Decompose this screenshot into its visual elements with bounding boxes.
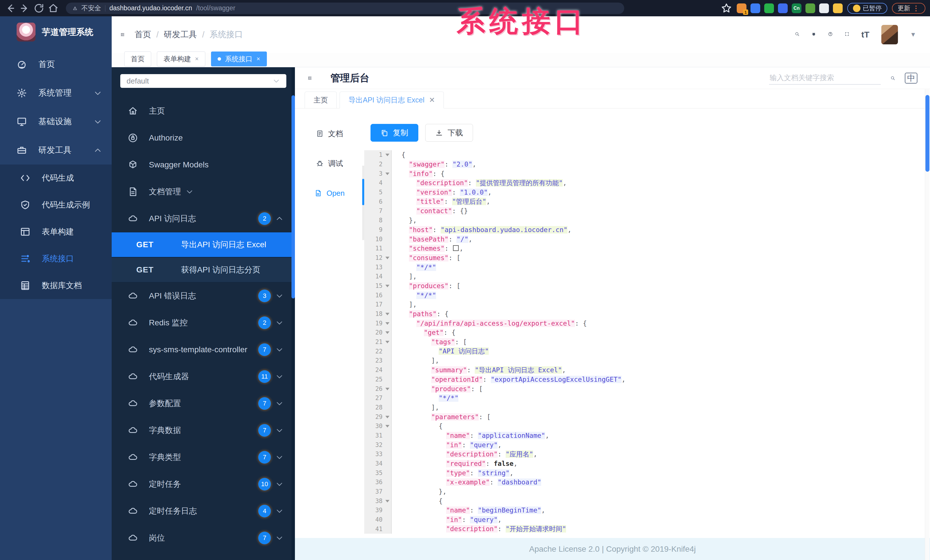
code-text: ], [392,301,417,308]
copy-button[interactable]: 复制 [371,124,418,142]
page-scrollbar[interactable] [925,89,929,560]
back-icon[interactable] [5,3,16,14]
ext-orange[interactable]: 1 [737,3,747,13]
user-avatar[interactable] [881,25,898,44]
scrollbar-thumb[interactable] [291,95,295,298]
fold-arrow-icon[interactable] [385,173,390,175]
ext-green-circle[interactable] [764,3,774,13]
ext-blue-drop[interactable] [750,3,760,13]
fold-arrow-icon[interactable] [385,331,390,334]
swagger-item-Authorize[interactable]: Authorize [112,124,295,151]
sidebar-item-3[interactable]: 研发工具 [0,136,112,164]
home-nav-icon[interactable] [48,3,59,14]
fold-arrow-icon[interactable] [385,416,390,418]
tag-tab-首页[interactable]: 首页 [124,52,151,66]
fold-arrow-icon[interactable] [385,341,390,344]
close-icon[interactable]: × [195,55,199,63]
code-text: "basePath": "/", [392,236,473,243]
swagger-item-API 访问日志[interactable]: API 访问日志2 [112,205,295,232]
swagger-item-Redis 监控[interactable]: Redis 监控2 [112,309,295,336]
breadcrumb-tools[interactable]: 研发工具 [164,29,197,40]
operation-获得API 访问日志分页[interactable]: GET获得API 访问日志分页 [112,257,295,282]
fold-arrow-icon[interactable] [385,322,390,325]
count-badge: 2 [258,316,271,329]
sidebar-subitem-代码生成[interactable]: 代码生成 [0,164,112,192]
tag-tabs-bar: 首页表单构建×系统接口× [112,53,930,67]
address-bar[interactable]: 不安全 dashboard.yudao.iocoder.cn /tool/swa… [66,3,624,14]
side-tab-调试[interactable]: 调试 [316,155,343,172]
fold-arrow-icon[interactable] [385,153,390,156]
page-scrollbar-thumb[interactable] [925,95,929,172]
swagger-item-定时任务日志[interactable]: 定时任务日志4 [112,498,295,525]
bookmark-star-icon[interactable] [721,3,732,14]
swagger-sidebar-scrollbar[interactable] [291,67,295,560]
forward-icon[interactable] [19,3,30,14]
close-icon[interactable]: × [257,55,260,63]
breadcrumb-home[interactable]: 首页 [135,29,151,40]
sidebar-fold-icon[interactable] [120,32,125,37]
swagger-item-参数配置[interactable]: 参数配置7 [112,390,295,417]
ext-green-cn[interactable]: Cn [792,3,801,13]
not-secure-warning-icon[interactable] [73,6,77,11]
app-logo[interactable]: 芋道管理系统 [0,16,112,50]
side-tab-Open[interactable]: Open [314,185,345,201]
token: "applicationName" [478,432,545,439]
line-number: 12 [364,253,392,263]
doc-search-icon[interactable] [890,76,895,80]
swagger-item-API 错误日志[interactable]: API 错误日志3 [112,282,295,309]
sidebar-subitem-代码生成示例[interactable]: 代码生成示例 [0,192,112,218]
sidebar-item-0[interactable]: 首页 [0,50,112,79]
font-size-icon[interactable]: tT [861,30,869,40]
reload-icon[interactable] [33,3,45,14]
operation-导出API 访问日志 Excel[interactable]: GET导出API 访问日志 Excel [112,232,295,257]
swagger-json-editor[interactable]: 1{2"swagger": "2.0",3"info": {4"descript… [364,150,930,538]
swagger-item-岗位[interactable]: 岗位7 [112,525,295,551]
fold-arrow-icon[interactable] [385,500,390,502]
ext-white-star[interactable] [819,3,829,13]
ext-blue-pair[interactable] [778,3,788,13]
fold-arrow-icon[interactable] [385,257,390,259]
close-icon[interactable]: ✕ [429,96,435,104]
code-line: 12"consumes": [ [364,253,930,263]
doc-search-input[interactable] [769,71,881,84]
code-text: "description": "应用名", [392,450,537,459]
ext-emoji[interactable] [833,3,843,13]
update-pill[interactable]: 更新 ⋮ [892,3,925,14]
gear-icon [17,88,27,98]
sidebar-item-1[interactable]: 系统管理 [0,79,112,107]
sidebar-subitem-表单构建[interactable]: 表单构建 [0,218,112,245]
side-tab-文档[interactable]: 文档 [316,126,343,142]
github-icon[interactable] [811,32,816,37]
swagger-item-定时任务[interactable]: 定时任务10 [112,471,295,498]
help-icon[interactable] [828,32,833,37]
user-menu-caret-icon[interactable]: ▼ [910,31,916,38]
language-icon[interactable]: 中 [905,73,918,84]
swagger-item-代码生成器[interactable]: 代码生成器11 [112,363,295,390]
doc-tab-主页[interactable]: 主页 [305,92,337,108]
api-group-select[interactable]: default [120,74,286,88]
fold-arrow-icon[interactable] [385,388,390,390]
search-icon[interactable] [795,32,799,37]
swagger-item-主页[interactable]: 主页 [112,98,295,124]
fullscreen-icon[interactable] [845,32,849,37]
doc-tab-导出API 访问日志 Excel[interactable]: 导出API 访问日志 Excel✕ [340,92,444,108]
fold-arrow-icon[interactable] [385,313,390,315]
code-line: 21"tags": [ [364,338,930,347]
paused-pill[interactable]: 已暂停 [847,3,887,14]
tag-tab-系统接口[interactable]: 系统接口× [211,52,267,66]
swagger-item-文档管理[interactable]: 文档管理 [112,178,295,205]
fold-arrow-icon[interactable] [385,425,390,428]
swagger-item-Swagger Models[interactable]: Swagger Models [112,151,295,178]
sidebar-subitem-系统接口[interactable]: 系统接口 [0,245,112,272]
sidebar-subitem-数据库文档[interactable]: 数据库文档 [0,272,112,299]
download-button[interactable]: 下载 [425,124,473,142]
sidebar-item-2[interactable]: 基础设施 [0,107,112,136]
doc-fold-icon[interactable] [308,76,312,80]
swagger-item-字典数据[interactable]: 字典数据7 [112,417,295,444]
tag-tab-表单构建[interactable]: 表单构建× [157,52,205,66]
swagger-item-sys-sms-template-controller[interactable]: sys-sms-template-controller7 [112,336,295,363]
fold-arrow-icon[interactable] [385,285,390,287]
ext-green-leaf[interactable] [805,3,815,13]
swagger-item-字典类型[interactable]: 字典类型7 [112,444,295,471]
browser-menu-icon[interactable]: ⋮ [913,4,920,12]
